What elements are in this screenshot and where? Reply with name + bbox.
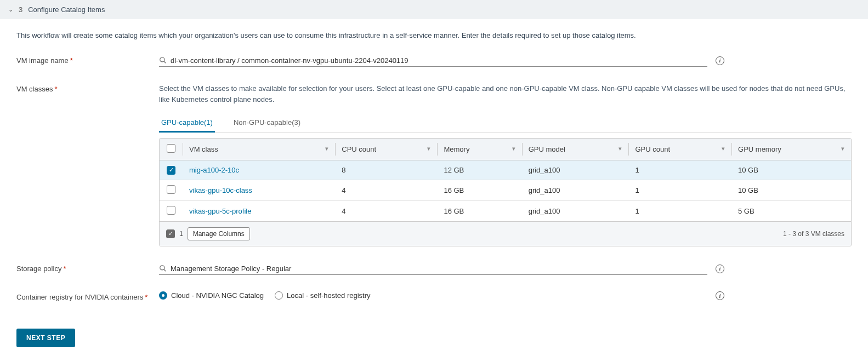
cell-gpu-model: grid_a100 xyxy=(522,180,629,200)
required-asterisk: * xyxy=(70,56,73,65)
info-icon-registry[interactable]: i xyxy=(716,291,724,301)
cell-gpu-model: grid_a100 xyxy=(522,160,629,180)
required-asterisk: * xyxy=(54,85,57,93)
cell-vm-class[interactable]: mig-a100-2-10c xyxy=(189,166,239,174)
radio-icon xyxy=(275,291,283,300)
section-number: 3 xyxy=(19,5,22,14)
vm-class-table: VM class▾ CPU count▾ Memory▾ GPU model▾ … xyxy=(159,138,852,246)
cell-cpu-count: 8 xyxy=(335,160,437,180)
next-step-button[interactable]: NEXT STEP xyxy=(16,329,75,347)
table-row[interactable]: vikas-gpu-5c-profile416 GBgrid_a10015 GB xyxy=(160,200,851,221)
info-icon-storage-policy[interactable]: i xyxy=(716,264,724,273)
search-icon xyxy=(159,56,167,64)
registry-radio-group: Cloud - NVIDIA NGC Catalog Local - self-… xyxy=(159,291,707,300)
vm-image-input-wrap[interactable] xyxy=(159,55,707,67)
vm-image-input[interactable] xyxy=(171,56,707,65)
cell-memory: 16 GB xyxy=(437,200,521,221)
filter-icon[interactable]: ▾ xyxy=(427,145,430,152)
info-icon-vm-image[interactable]: i xyxy=(716,56,724,65)
footer-selected-indicator xyxy=(166,229,175,238)
radio-cloud[interactable]: Cloud - NVIDIA NGC Catalog xyxy=(159,291,264,300)
tab-non-gpu-capable[interactable]: Non-GPU-capable(3) xyxy=(231,114,303,133)
required-asterisk: * xyxy=(145,293,147,301)
radio-local[interactable]: Local - self-hosted registry xyxy=(275,291,370,300)
svg-point-0 xyxy=(160,58,164,62)
cell-gpu-memory: 10 GB xyxy=(731,180,851,200)
storage-policy-input[interactable] xyxy=(171,265,707,273)
table-footer: 1 Manage Columns 1 - 3 of 3 VM classes xyxy=(160,221,851,246)
cell-gpu-memory: 5 GB xyxy=(731,200,851,221)
label-container-registry: Container registry for NVIDIA containers… xyxy=(16,291,159,301)
cell-vm-class[interactable]: vikas-gpu-5c-profile xyxy=(189,207,251,215)
filter-icon[interactable]: ▾ xyxy=(325,145,328,152)
required-asterisk: * xyxy=(63,265,66,273)
cell-gpu-model: grid_a100 xyxy=(522,200,629,221)
col-vm-class[interactable]: VM class▾ xyxy=(183,139,335,160)
svg-line-1 xyxy=(164,61,166,64)
cell-gpu-count: 1 xyxy=(628,180,731,200)
intro-text: This workflow will create some catalog i… xyxy=(16,30,852,41)
col-gpu-count[interactable]: GPU count▾ xyxy=(628,139,731,160)
table-pagination: 1 - 3 of 3 VM classes xyxy=(783,230,844,238)
radio-icon-selected xyxy=(159,291,167,300)
cell-memory: 12 GB xyxy=(437,160,521,180)
vm-classes-helper: Select the VM classes to make available … xyxy=(159,83,852,106)
cell-memory: 16 GB xyxy=(437,180,521,200)
label-storage-policy: Storage policy* xyxy=(16,263,159,273)
col-cpu-count[interactable]: CPU count▾ xyxy=(335,139,437,160)
search-icon xyxy=(159,265,167,272)
select-all-checkbox[interactable] xyxy=(167,144,175,153)
filter-icon[interactable]: ▾ xyxy=(619,145,622,152)
svg-point-2 xyxy=(160,266,164,270)
section-title: Configure Catalog Items xyxy=(28,5,105,14)
row-storage-policy: Storage policy* i xyxy=(16,263,852,275)
row-checkbox[interactable] xyxy=(167,185,175,194)
row-vm-classes: VM classes* Select the VM classes to mak… xyxy=(16,83,852,246)
cell-gpu-memory: 10 GB xyxy=(731,160,851,180)
footer-selected-count: 1 xyxy=(179,230,183,238)
cell-cpu-count: 4 xyxy=(335,180,437,200)
cell-cpu-count: 4 xyxy=(335,200,437,221)
filter-icon[interactable]: ▾ xyxy=(722,145,725,152)
label-vm-classes: VM classes* xyxy=(16,83,159,93)
manage-columns-button[interactable]: Manage Columns xyxy=(188,227,250,240)
vm-class-tabs: GPU-capable(1) Non-GPU-capable(3) xyxy=(159,114,852,133)
svg-line-3 xyxy=(164,269,166,272)
storage-policy-input-wrap[interactable] xyxy=(159,263,707,275)
table-row[interactable]: mig-a100-2-10c812 GBgrid_a100110 GB xyxy=(160,160,851,180)
filter-icon[interactable]: ▾ xyxy=(512,145,515,152)
row-checkbox[interactable] xyxy=(167,166,175,175)
chevron-down-icon: ⌄ xyxy=(8,6,13,13)
label-vm-image-name: VM image name* xyxy=(16,55,159,65)
row-container-registry: Container registry for NVIDIA containers… xyxy=(16,291,852,301)
filter-icon[interactable]: ▾ xyxy=(841,145,844,152)
cell-gpu-count: 1 xyxy=(628,160,731,180)
section-body: This workflow will create some catalog i… xyxy=(0,19,868,358)
row-checkbox[interactable] xyxy=(167,206,175,215)
row-vm-image-name: VM image name* i xyxy=(16,55,852,67)
col-memory[interactable]: Memory▾ xyxy=(437,139,521,160)
cell-gpu-count: 1 xyxy=(628,200,731,221)
col-gpu-memory[interactable]: GPU memory▾ xyxy=(731,139,851,160)
cell-vm-class[interactable]: vikas-gpu-10c-class xyxy=(189,186,252,194)
table-row[interactable]: vikas-gpu-10c-class416 GBgrid_a100110 GB xyxy=(160,180,851,200)
tab-gpu-capable[interactable]: GPU-capable(1) xyxy=(159,114,215,133)
section-header[interactable]: ⌄ 3 Configure Catalog Items xyxy=(0,0,868,19)
col-gpu-model[interactable]: GPU model▾ xyxy=(522,139,629,160)
